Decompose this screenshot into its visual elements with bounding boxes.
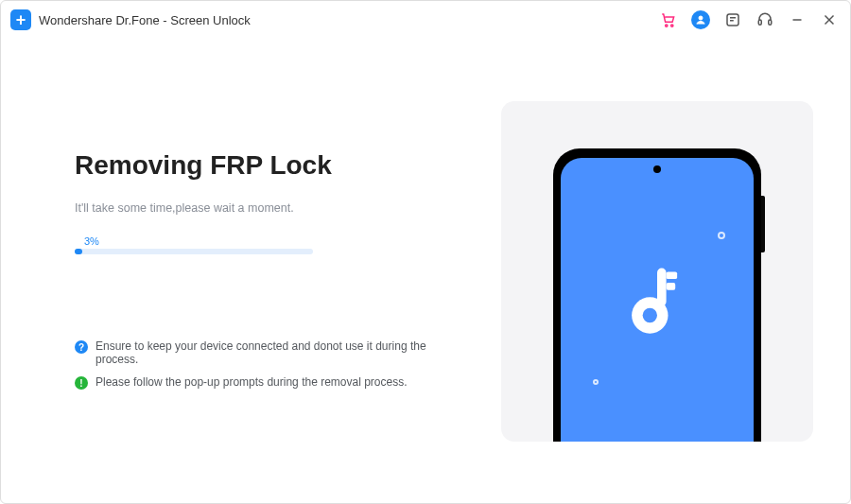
svg-rect-4 <box>758 20 761 25</box>
titlebar: + Wondershare Dr.Fone - Screen Unlock <box>1 1 850 39</box>
device-illustration <box>501 101 813 442</box>
progress-fill <box>75 249 82 254</box>
tips-list: ? Ensure to keep your device connected a… <box>75 339 449 390</box>
svg-point-1 <box>671 25 673 26</box>
svg-rect-13 <box>667 282 676 289</box>
cart-icon[interactable] <box>659 10 678 29</box>
bubble-icon <box>718 232 725 239</box>
svg-rect-5 <box>769 20 772 25</box>
app-title: Wondershare Dr.Fone - Screen Unlock <box>39 13 251 27</box>
svg-point-0 <box>666 25 668 26</box>
titlebar-actions <box>659 10 839 29</box>
svg-rect-11 <box>657 268 667 305</box>
progress-bar: 3% <box>75 235 313 254</box>
tip-text: Please follow the pop-up prompts during … <box>96 375 408 389</box>
key-icon <box>612 259 703 350</box>
phone-icon <box>553 148 761 442</box>
tip-text: Ensure to keep your device connected and… <box>96 339 449 366</box>
progress-percent-label: 3% <box>84 235 313 247</box>
alert-icon: ! <box>75 376 88 390</box>
info-icon: ? <box>75 340 88 354</box>
bubble-icon <box>593 379 599 385</box>
camera-dot-icon <box>653 165 661 173</box>
svg-point-10 <box>643 307 657 322</box>
close-button[interactable] <box>820 10 839 29</box>
support-icon[interactable] <box>755 10 774 29</box>
tip-row: ? Ensure to keep your device connected a… <box>75 339 449 366</box>
illustration-panel <box>487 67 827 475</box>
progress-track <box>75 249 313 254</box>
svg-rect-12 <box>667 271 678 279</box>
feedback-icon[interactable] <box>723 10 742 29</box>
content-area: Removing FRP Lock It'll take some time,p… <box>1 39 850 503</box>
main-panel: Removing FRP Lock It'll take some time,p… <box>33 67 487 475</box>
app-window: + Wondershare Dr.Fone - Screen Unlock <box>0 0 851 504</box>
page-subtitle: It'll take some time,please wait a momen… <box>75 201 449 215</box>
svg-point-2 <box>699 16 703 20</box>
app-logo-icon: + <box>10 9 31 30</box>
tip-row: ! Please follow the pop-up prompts durin… <box>75 375 449 390</box>
page-title: Removing FRP Lock <box>75 150 449 181</box>
minimize-button[interactable] <box>788 10 807 29</box>
user-icon[interactable] <box>691 10 710 29</box>
